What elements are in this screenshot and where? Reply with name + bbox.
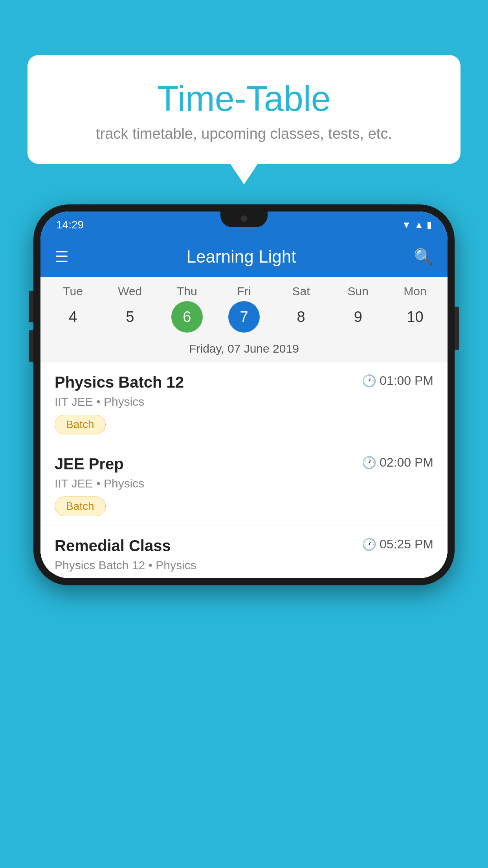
battery-icon: ▮ — [427, 219, 432, 230]
front-camera — [241, 215, 247, 222]
schedule-item-header: Physics Batch 12🕐 01:00 PM — [55, 373, 433, 391]
phone-container: 14:29 ▼ ▲ ▮ ☰ Learning Light 🔍 — [33, 204, 455, 585]
schedule-time: 🕐 05:25 PM — [362, 537, 433, 552]
day-name: Sat — [292, 285, 310, 298]
day-number[interactable]: 10 — [399, 301, 431, 333]
selected-date: Friday, 07 June 2019 — [44, 337, 444, 362]
day-name: Tue — [63, 285, 83, 298]
schedule-subtitle: Physics Batch 12 • Physics — [55, 559, 433, 572]
phone-screen: 14:29 ▼ ▲ ▮ ☰ Learning Light 🔍 — [40, 211, 448, 578]
clock-icon: 🕐 — [362, 374, 376, 388]
schedule-time: 🕐 02:00 PM — [362, 455, 433, 470]
status-icons: ▼ ▲ ▮ — [402, 219, 432, 230]
schedule-item[interactable]: Remedial Class🕐 05:25 PMPhysics Batch 12… — [40, 526, 448, 572]
day-number[interactable]: 9 — [342, 301, 374, 333]
day-col-fri[interactable]: Fri7 — [218, 285, 270, 333]
day-col-thu[interactable]: Thu6 — [161, 285, 213, 333]
day-name: Thu — [177, 285, 197, 298]
phone-frame: 14:29 ▼ ▲ ▮ ☰ Learning Light 🔍 — [33, 204, 455, 585]
bubble-title: Time-Table — [47, 79, 441, 119]
search-icon[interactable]: 🔍 — [414, 248, 433, 266]
day-number[interactable]: 6 — [171, 301, 203, 333]
power-button — [455, 307, 459, 350]
batch-badge: Batch — [55, 497, 106, 516]
day-col-tue[interactable]: Tue4 — [48, 285, 99, 333]
day-number[interactable]: 8 — [285, 301, 317, 333]
schedule-item-header: JEE Prep🕐 02:00 PM — [55, 455, 433, 473]
volume-down-button — [29, 330, 33, 362]
calendar-strip: Tue4Wed5Thu6Fri7Sat8Sun9Mon10 Friday, 07… — [40, 277, 448, 362]
schedule-item[interactable]: JEE Prep🕐 02:00 PMIIT JEE • PhysicsBatch — [40, 444, 448, 526]
clock-icon: 🕐 — [362, 456, 376, 469]
bubble-subtitle: track timetable, upcoming classes, tests… — [47, 125, 441, 142]
volume-up-button — [29, 291, 33, 322]
batch-badge: Batch — [55, 415, 106, 434]
day-col-wed[interactable]: Wed5 — [105, 285, 156, 333]
day-col-mon[interactable]: Mon10 — [389, 285, 440, 333]
notch — [220, 211, 268, 227]
day-name: Mon — [404, 285, 426, 298]
app-bar: ☰ Learning Light 🔍 — [40, 237, 448, 277]
hamburger-icon[interactable]: ☰ — [55, 249, 69, 265]
day-number[interactable]: 5 — [114, 301, 146, 333]
schedule-title: Remedial Class — [55, 537, 171, 555]
day-number[interactable]: 4 — [57, 301, 89, 333]
schedule-subtitle: IIT JEE • Physics — [55, 477, 433, 490]
day-name: Wed — [118, 285, 142, 298]
app-title: Learning Light — [187, 247, 296, 267]
day-number[interactable]: 7 — [228, 301, 260, 333]
schedule-item[interactable]: Physics Batch 12🕐 01:00 PMIIT JEE • Phys… — [40, 362, 448, 444]
schedule-item-header: Remedial Class🕐 05:25 PM — [55, 537, 433, 555]
day-col-sun[interactable]: Sun9 — [332, 285, 383, 333]
clock-icon: 🕐 — [362, 537, 376, 551]
status-time: 14:29 — [56, 219, 84, 231]
speech-bubble-container: Time-Table track timetable, upcoming cla… — [28, 55, 460, 164]
wifi-icon: ▼ — [402, 219, 411, 230]
signal-icon: ▲ — [414, 219, 424, 230]
day-name: Sun — [348, 285, 369, 298]
schedule-title: JEE Prep — [55, 455, 124, 473]
schedule-subtitle: IIT JEE • Physics — [55, 395, 433, 408]
status-bar: 14:29 ▼ ▲ ▮ — [40, 211, 448, 237]
schedule-time: 🕐 01:00 PM — [362, 373, 433, 388]
schedule-list: Physics Batch 12🕐 01:00 PMIIT JEE • Phys… — [40, 362, 448, 572]
days-row: Tue4Wed5Thu6Fri7Sat8Sun9Mon10 — [44, 285, 444, 337]
day-col-sat[interactable]: Sat8 — [275, 285, 327, 333]
speech-bubble: Time-Table track timetable, upcoming cla… — [28, 55, 460, 164]
day-name: Fri — [237, 285, 251, 298]
schedule-title: Physics Batch 12 — [55, 373, 184, 391]
